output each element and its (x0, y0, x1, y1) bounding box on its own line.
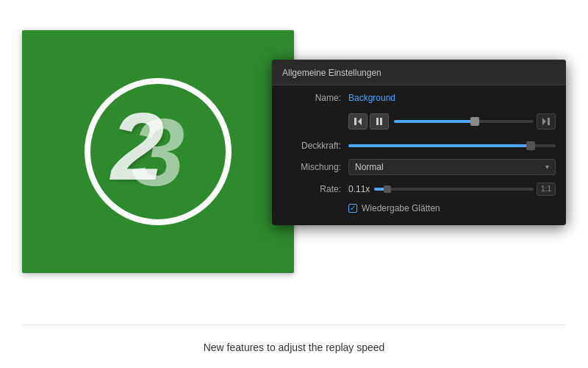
divider (22, 325, 566, 325)
transport-thumb (470, 117, 479, 126)
name-value: Background (348, 93, 395, 103)
svg-rect-3 (380, 118, 382, 125)
transport-controls (348, 113, 556, 130)
opacity-thumb (526, 141, 535, 150)
main-container: 2 3 Allgemeine Einstellungen Name: Backg… (22, 15, 566, 325)
rate-reset-label: 1:1 (541, 185, 551, 193)
blend-row: Mischung: Normal ▾ (282, 159, 556, 175)
rewind-button[interactable] (348, 113, 368, 130)
pause-button[interactable] (370, 113, 389, 130)
caption-text: New features to adjust the replay speed (204, 342, 385, 353)
rate-track (374, 188, 534, 191)
rate-label: Rate: (282, 184, 341, 194)
svg-marker-4 (542, 118, 546, 125)
transport-track (394, 120, 534, 123)
svg-rect-5 (548, 118, 550, 125)
end-button[interactable] (537, 113, 556, 130)
opacity-fill (348, 144, 531, 147)
panel-body: Name: Background (272, 85, 566, 225)
blend-value: Normal (355, 162, 384, 172)
rate-slider[interactable] (374, 183, 534, 195)
panel-title: Allgemeine Einstellungen (282, 68, 381, 78)
settings-panel: Allgemeine Einstellungen Name: Backgroun… (272, 60, 566, 225)
rate-thumb (384, 185, 391, 193)
blend-dropdown[interactable]: Normal ▾ (348, 159, 556, 175)
opacity-row: Deckkraft: (282, 140, 556, 152)
smoothing-checkbox[interactable]: ✓ (348, 204, 357, 213)
smoothing-row: ✓ Wiedergabe Glätten (348, 203, 556, 213)
opacity-track (348, 144, 556, 147)
transport-slider[interactable] (394, 113, 534, 130)
rate-value: 0.11x (348, 184, 370, 194)
smoothing-label: Wiedergabe Glätten (362, 203, 440, 213)
opacity-label: Deckkraft: (282, 141, 341, 151)
name-row: Name: Background (282, 93, 556, 103)
blend-label: Mischung: (282, 162, 341, 172)
channel-logo: 2 3 (85, 78, 232, 225)
transport-fill (394, 120, 475, 123)
name-label: Name: (282, 93, 341, 103)
rate-row: Rate: 0.11x 1:1 (282, 183, 556, 196)
logo-number-3: 3 (132, 105, 184, 200)
svg-rect-2 (376, 118, 379, 125)
svg-marker-0 (358, 118, 362, 125)
checkmark-icon: ✓ (350, 205, 356, 212)
opacity-slider[interactable] (348, 140, 556, 152)
dropdown-arrow-icon: ▾ (545, 163, 549, 171)
svg-rect-1 (354, 118, 356, 125)
rate-reset-button[interactable]: 1:1 (537, 183, 556, 196)
panel-header: Allgemeine Einstellungen (272, 60, 566, 85)
video-preview: 2 3 (22, 30, 294, 273)
transport-row (282, 110, 556, 132)
